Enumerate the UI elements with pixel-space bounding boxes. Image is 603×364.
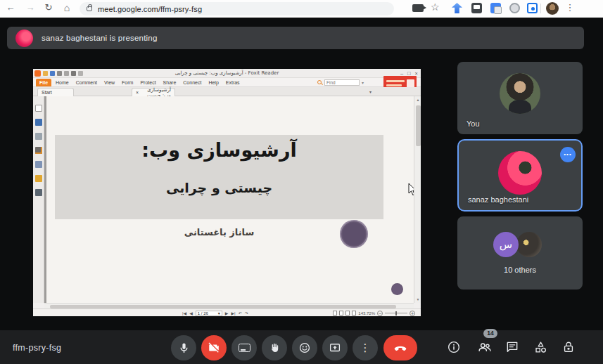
- host-controls-button[interactable]: [560, 339, 577, 356]
- layers-panel-icon[interactable]: [35, 133, 42, 140]
- forward-icon[interactable]: →: [24, 2, 37, 13]
- reactions-button[interactable]: [292, 335, 317, 360]
- page-number-box[interactable]: 1 / 26 ▾: [196, 311, 222, 316]
- present-icon: [329, 342, 341, 354]
- last-page-icon[interactable]: ▶|: [231, 311, 235, 316]
- ribbon-tab-form[interactable]: Form: [122, 80, 133, 85]
- ribbon-tab-view[interactable]: View: [104, 80, 115, 85]
- horizontal-scrollbar[interactable]: [44, 303, 414, 308]
- signatures-panel-icon[interactable]: [35, 189, 42, 196]
- tab-document[interactable]: آرشیوسازی وب: چیست ×: [132, 88, 175, 96]
- camera-off-icon: [208, 342, 220, 354]
- scroll-down-icon[interactable]: ▼: [414, 297, 421, 301]
- tab-list-dropdown-icon[interactable]: ▾: [369, 89, 372, 94]
- participants-button[interactable]: [476, 339, 493, 356]
- next-view-icon[interactable]: ↷: [245, 311, 248, 316]
- participant-tile-sanaz[interactable]: ••• sanaz baghestani: [457, 139, 583, 212]
- more-options-button[interactable]: ⋮: [353, 335, 378, 360]
- activities-button[interactable]: [532, 339, 549, 356]
- next-page-icon[interactable]: ▶: [225, 311, 229, 316]
- first-page-icon[interactable]: |◀: [182, 311, 186, 316]
- prev-page-icon[interactable]: ◀: [189, 311, 193, 316]
- leave-call-button[interactable]: [383, 335, 417, 360]
- address-bar[interactable]: meet.google.com/ffm-psry-fsg: [80, 2, 394, 15]
- search-icon: [317, 80, 322, 85]
- slide-title-band: آرشیوسازی وب: چیستی و چرایی: [55, 135, 383, 219]
- adblock-extension-icon[interactable]: [509, 3, 520, 13]
- zoom-out-icon[interactable]: −: [377, 311, 383, 316]
- url-text[interactable]: meet.google.com/ffm-psry-fsg: [98, 5, 202, 13]
- document-view: آرشیوسازی وب: چیستی و چرایی ساناز باغستا…: [44, 96, 414, 303]
- slide-author: ساناز باغستانی: [55, 227, 383, 238]
- bookmarks-panel-icon[interactable]: [35, 105, 42, 112]
- ribbon-tab-connect[interactable]: Connect: [183, 80, 201, 85]
- home-icon[interactable]: ⌂: [61, 2, 73, 13]
- vertical-scroll-thumb[interactable]: [416, 105, 421, 146]
- foxit-titlebar: آرشیوسازی وب: چیستی و چرایی - Foxit Read…: [33, 69, 421, 78]
- tile-more-options-icon[interactable]: •••: [560, 147, 576, 162]
- ribbon-tab-help[interactable]: Help: [208, 80, 218, 85]
- previous-view-icon[interactable]: ↶: [239, 311, 242, 316]
- scroll-up-icon[interactable]: ▲: [414, 98, 421, 102]
- captions-button[interactable]: [231, 335, 257, 360]
- ribbon-tab-share[interactable]: Share: [163, 80, 177, 85]
- chat-button[interactable]: [504, 339, 521, 356]
- lock-icon: [561, 340, 576, 354]
- single-page-view-icon[interactable]: [333, 311, 337, 316]
- ribbon-tab-home[interactable]: Home: [56, 80, 69, 85]
- back-icon[interactable]: ←: [4, 2, 17, 13]
- microphone-icon: [178, 342, 190, 354]
- chat-icon: [505, 340, 519, 354]
- page-navigation: |◀ ◀ 1 / 26 ▾ ▶ ▶| ↶ ↷: [182, 311, 248, 316]
- download-extension-icon[interactable]: [452, 3, 462, 13]
- find-options-icon[interactable]: ▾: [362, 80, 364, 85]
- browser-menu-icon[interactable]: ⋮: [565, 2, 575, 13]
- present-screen-button[interactable]: [322, 335, 348, 360]
- horizontal-scroll-thumb[interactable]: [50, 305, 396, 308]
- meeting-code: ffm-psry-fsg: [13, 343, 61, 353]
- ribbon-tab-comment[interactable]: Comment: [76, 80, 97, 85]
- find-toolbar: ▾: [317, 79, 364, 86]
- zoom-slider[interactable]: [385, 313, 407, 313]
- facing-view-icon[interactable]: [345, 311, 350, 316]
- presenter-avatar: [15, 30, 33, 47]
- ribbon-tab-file[interactable]: File: [36, 79, 51, 86]
- security-panel-icon[interactable]: [35, 175, 42, 182]
- smiley-icon: [298, 342, 311, 354]
- pages-panel-icon[interactable]: [35, 119, 42, 126]
- comments-panel-icon[interactable]: [35, 147, 42, 154]
- browser-toolbar: ← → ↻ ⌂ meet.google.com/ffm-psry-fsg ☆ ⋮: [0, 0, 603, 18]
- bookmark-star-icon[interactable]: ☆: [431, 1, 440, 13]
- zoom-controls: 143.72% − +: [333, 311, 415, 316]
- zoom-in-icon[interactable]: +: [410, 311, 415, 316]
- vertical-scrollbar[interactable]: ▲ ▼: [414, 96, 421, 303]
- refresh-icon[interactable]: ↻: [42, 2, 55, 13]
- ribbon-tab-extras[interactable]: Extras: [226, 80, 240, 85]
- page-dropdown-icon[interactable]: ▾: [218, 311, 220, 316]
- toolbar-divider: [540, 4, 541, 13]
- translate-extension-icon[interactable]: [490, 3, 501, 13]
- continuous-facing-view-icon[interactable]: [352, 311, 356, 316]
- captions-icon: [239, 344, 250, 352]
- activities-icon: [533, 340, 548, 355]
- meeting-details-button[interactable]: [445, 339, 462, 356]
- find-input[interactable]: [324, 79, 360, 86]
- extension-icon[interactable]: [527, 3, 538, 13]
- browser-profile-avatar[interactable]: [546, 2, 559, 15]
- raise-hand-icon: [269, 342, 280, 353]
- participant-tile-others[interactable]: س 10 others: [457, 216, 583, 290]
- raise-hand-button[interactable]: [262, 335, 287, 360]
- extension-icon[interactable]: [471, 3, 482, 13]
- participant-tile-you[interactable]: You: [457, 62, 583, 134]
- ribbon-tabs: Home Comment View Form Protect Share Con…: [56, 80, 240, 85]
- microphone-button[interactable]: [171, 335, 196, 360]
- tab-close-icon[interactable]: ×: [136, 90, 139, 95]
- more-options-icon: ⋮: [360, 344, 371, 351]
- lock-icon: [87, 6, 92, 11]
- camera-off-button[interactable]: [201, 335, 227, 360]
- tab-start[interactable]: Start: [37, 88, 74, 96]
- attachments-panel-icon[interactable]: [35, 161, 42, 168]
- ribbon-tab-protect[interactable]: Protect: [140, 80, 155, 85]
- continuous-view-icon[interactable]: [339, 311, 343, 316]
- zoom-slider-thumb[interactable]: [395, 311, 397, 316]
